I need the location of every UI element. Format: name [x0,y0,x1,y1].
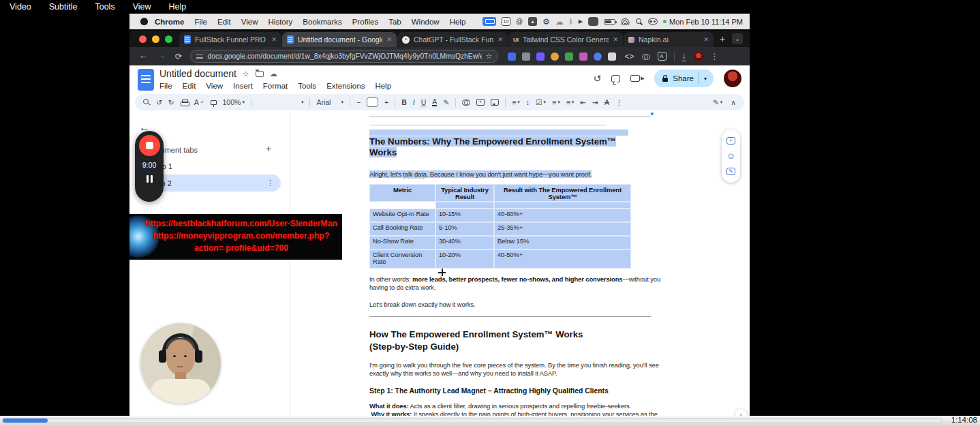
close-tab-icon[interactable]: ✕ [613,36,618,43]
underline-icon[interactable]: U [421,98,427,106]
close-tab-icon[interactable]: ✕ [271,36,277,43]
meet-button[interactable]: ▾ [630,75,644,82]
mac-menu-tab[interactable]: Tab [388,18,401,26]
cloud-icon[interactable]: ☁ [555,17,564,27]
print-icon[interactable] [181,100,188,106]
control-center-icon[interactable] [648,18,658,25]
mac-menu-help[interactable]: Help [450,18,466,26]
extension-icon[interactable] [594,52,602,61]
bold-icon[interactable]: B [401,98,407,106]
move-folder-icon[interactable] [256,71,264,77]
comment-icon[interactable] [611,75,620,82]
spellcheck-icon[interactable]: A✓ [194,98,204,106]
styles-select[interactable]: ▾ [258,97,304,108]
tab-untitled-document[interactable]: Untitled document - Google D ✕ [282,32,397,47]
section-marker-icon[interactable]: ▾ [651,112,654,117]
close-tab-icon[interactable]: ✕ [703,36,709,43]
doc-table[interactable]: Metric Typical Industry Result Result wi… [369,184,631,269]
wifi-icon[interactable] [621,18,630,25]
docs-menu-insert[interactable]: Insert [233,82,253,90]
url-text[interactable]: docs.google.com/document/d/1w_8x4qjko3by… [207,52,481,60]
apple-icon[interactable] [140,18,148,25]
search-menus-icon[interactable] [143,99,150,106]
increase-font-icon[interactable]: + [384,98,388,106]
reload-button[interactable]: ⟳ [175,51,182,61]
zoom-select[interactable]: 100% ▾ [223,98,245,106]
checklist-icon[interactable]: ☑ ▾ [536,98,546,106]
chrome-profile-avatar[interactable] [694,52,703,61]
collapse-toolbar-icon[interactable]: ∧ [731,98,736,106]
devtools-icon[interactable]: <> [624,52,634,61]
document-page[interactable]: ▾ The Numbers: Why The Empowered Enrollm… [369,112,651,416]
tab-search-chevron-icon[interactable]: ⌄ [732,33,743,44]
decrease-indent-icon[interactable]: ⇤ [580,98,586,106]
settings-gear-icon[interactable]: ⚙ [542,17,550,27]
docs-menu-tools[interactable]: Tools [298,82,316,90]
toolbar-more-icon[interactable]: ⋮ [615,98,623,106]
docs-menu-extensions[interactable]: Extensions [326,82,365,90]
back-button[interactable]: ← [139,51,148,61]
search-icon[interactable] [635,18,643,25]
line-spacing-icon[interactable]: ↕ [526,98,530,106]
site-settings-icon[interactable] [196,54,203,59]
extension-icon[interactable] [508,52,516,61]
player-menu-subtitle[interactable]: Subtitle [49,2,78,12]
account-avatar[interactable] [724,70,741,87]
align-icon[interactable]: ≡ ▾ [512,98,520,106]
star-icon[interactable]: ☆ [243,70,249,78]
minimize-window-button[interactable] [152,35,159,43]
increase-indent-icon[interactable]: ⇥ [592,98,598,106]
highlight-color-icon[interactable]: ✎ [443,98,449,106]
pause-recording-button[interactable] [147,175,153,183]
mac-menu-history[interactable]: History [269,18,293,26]
menubar-clock[interactable]: Mon Feb 10 11:14 PM [669,18,743,26]
insert-image-icon[interactable] [491,99,499,106]
tab-fullstack-funnel[interactable]: FullStack Funnel PRO - Goog ✕ [179,32,281,47]
text-color-icon[interactable]: A [432,98,437,106]
suggest-edit-icon[interactable]: ✎ [726,168,735,175]
docs-menu-edit[interactable]: Edit [183,82,196,90]
clear-formatting-icon[interactable]: A [604,98,609,106]
mac-menu-file[interactable]: File [194,18,207,26]
mac-menu-app[interactable]: Chrome [155,18,184,26]
mac-menu-profiles[interactable]: Profiles [352,18,378,26]
tab-options-icon[interactable]: ⋮ [266,179,274,187]
player-menu-view[interactable]: View [133,2,151,12]
car-icon[interactable] [588,17,598,26]
new-tab-button[interactable]: + [720,33,725,44]
close-tab-icon[interactable]: ✕ [386,36,392,43]
battery-icon[interactable] [604,19,615,25]
font-select[interactable]: Arial ▾ [316,98,343,106]
redo-icon[interactable]: ↻ [168,98,174,106]
close-window-button[interactable] [139,35,147,43]
extension-icon[interactable] [608,52,616,61]
stop-recording-button[interactable] [139,135,160,156]
zoom-window-button[interactable] [165,35,172,43]
screen-mirroring-icon[interactable] [483,17,496,26]
bookmark-star-icon[interactable]: ☆ [486,52,493,61]
collapse-panel-icon[interactable]: ‹ [735,409,747,416]
emoji-reaction-icon[interactable]: ☺ [726,151,735,160]
mac-menu-window[interactable]: Window [412,18,440,26]
font-size-field[interactable] [367,97,378,107]
forward-button[interactable]: → [157,51,166,61]
downloads-icon[interactable]: ↓ [682,51,686,61]
paint-format-icon[interactable] [211,100,217,105]
docs-menu-format[interactable]: Format [263,82,288,90]
insert-link-icon[interactable] [462,100,470,105]
italic-icon[interactable]: I [413,98,415,106]
player-menu-tools[interactable]: Tools [95,2,114,12]
docs-menu-file[interactable]: File [159,82,172,90]
editing-mode-select[interactable]: ✎ ▾ [713,98,722,106]
calendar-icon[interactable]: 10 [502,17,510,26]
google-docs-icon[interactable] [138,69,154,91]
share-button[interactable]: Share ▾ [654,70,714,87]
tab-napkin[interactable]: Napkin.ai ✕ [624,32,714,47]
add-tab-button[interactable]: + [266,143,271,154]
copy-link-icon[interactable] [642,54,650,59]
at-icon[interactable]: @ [516,17,523,27]
play-icon[interactable]: ▶ [579,17,583,27]
bulleted-list-icon[interactable]: ≡ ▾ [552,98,560,106]
mac-menu-view[interactable]: View [241,18,258,26]
extension-icon[interactable] [565,52,573,61]
